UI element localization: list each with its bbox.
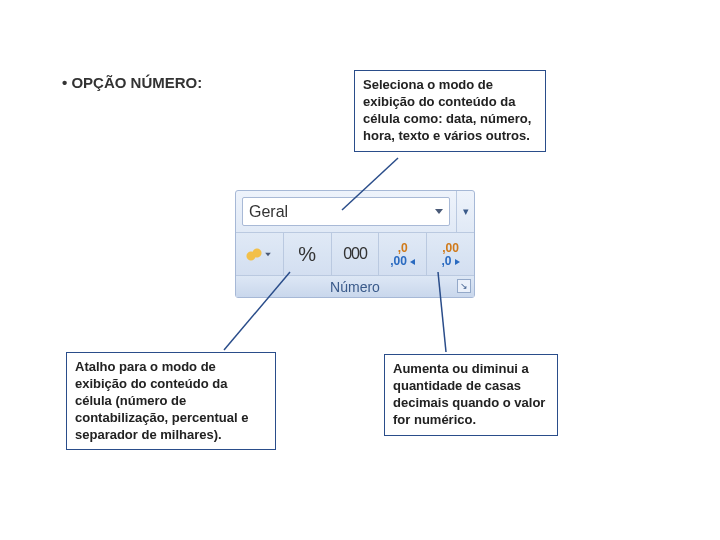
group-footer: Número ↘: [236, 275, 474, 297]
decrease-decimal-button[interactable]: ,00 ,0: [427, 233, 474, 275]
title-text: OPÇÃO NÚMERO:: [71, 74, 202, 91]
percent-format-button[interactable]: %: [284, 233, 332, 275]
currency-format-button[interactable]: [236, 233, 284, 275]
number-format-dropdown[interactable]: Geral: [242, 197, 450, 226]
thousands-icon: 000: [343, 245, 367, 263]
percent-icon: %: [298, 243, 316, 266]
decrease-decimal-icon: ,00 ,0: [441, 242, 459, 267]
callout-shortcut-buttons: Atalho para o modo de exibição do conteú…: [66, 352, 276, 450]
callout-decimal-buttons: Aumenta ou diminui a quantidade de casas…: [384, 354, 558, 436]
section-title: • OPÇÃO NÚMERO:: [62, 74, 202, 91]
dialog-launcher-icon[interactable]: ↘: [457, 279, 471, 293]
increase-decimal-button[interactable]: ,0 ,00: [379, 233, 427, 275]
increase-decimal-icon: ,0 ,00: [390, 242, 415, 267]
group-label: Número: [330, 279, 380, 295]
thousands-separator-button[interactable]: 000: [332, 233, 380, 275]
row1-dialog-launcher[interactable]: ▾: [456, 191, 474, 232]
callout-format-dropdown: Seleciona o modo de exibição do conteúdo…: [354, 70, 546, 152]
format-selected-label: Geral: [249, 203, 288, 221]
number-ribbon-group: Geral ▾ % 000 ,0 ,00 ,00 ,0: [235, 190, 475, 298]
currency-icon: [246, 247, 272, 261]
bullet: •: [62, 74, 67, 91]
chevron-down-icon: [435, 209, 443, 214]
